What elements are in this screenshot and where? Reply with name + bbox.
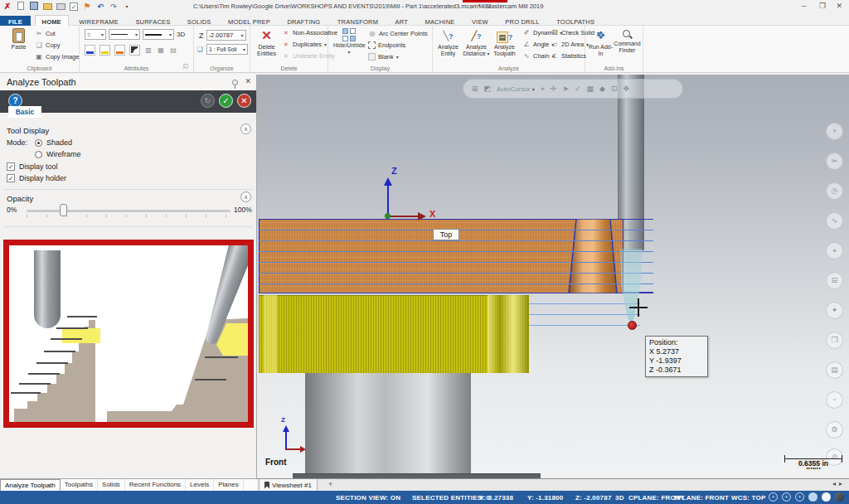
panel-close-icon[interactable]: ✕ [245, 77, 251, 85]
selbar-icon[interactable]: ▦ [587, 85, 594, 93]
display-tool-checkbox[interactable]: ✓ [7, 162, 15, 171]
open-icon[interactable] [42, 2, 52, 12]
tab-planes[interactable]: Planes [214, 479, 243, 491]
tool-display-collapse-icon[interactable]: ∧ [240, 124, 251, 134]
point-style-select[interactable]: ○▾ [85, 29, 106, 40]
save-icon[interactable] [29, 2, 39, 12]
shading-icon[interactable] [808, 492, 817, 502]
analyze-toolpath-button[interactable]: ▤? Analyze Toolpath [491, 28, 518, 57]
selbar-icon[interactable]: ✓ [575, 85, 581, 93]
quick-icon-frame[interactable]: ▫ [826, 391, 843, 409]
graphics-viewport[interactable]: Z X Top Position: X 5.2737 Y -1.9397 Z -… [257, 75, 849, 478]
redo-icon[interactable]: ↷ [109, 2, 119, 12]
selbar-icon[interactable]: ◩ [484, 85, 492, 93]
quick-icon-spline[interactable]: ∿ [826, 212, 843, 230]
flag-icon[interactable]: ⚑ [82, 2, 92, 12]
qat-customize-icon[interactable]: ▾ [122, 2, 132, 12]
z-depth-input[interactable]: -2.00787▾ [206, 30, 246, 41]
viewsheet-tab[interactable]: Viewsheet #1 [259, 479, 318, 492]
undo-icon[interactable]: ↶ [95, 2, 105, 12]
blank-button[interactable]: Blank ▾ [368, 53, 399, 61]
wireframe-shade-icon[interactable] [822, 492, 831, 502]
statistics-button[interactable]: Σ Statistics [551, 52, 586, 60]
quick-icon-solid[interactable]: ❒ [826, 332, 843, 349]
quick-icon-circle[interactable]: ◷ [826, 182, 843, 200]
cut-button[interactable]: ✂ Cut [35, 30, 56, 37]
arc-center-points-button[interactable]: ◎ Arc Center Points [368, 30, 428, 37]
quick-icon-brush[interactable]: ✦ [826, 302, 843, 319]
restore-button[interactable]: ❐ [819, 2, 826, 10]
tab-solids-manager[interactable]: Solids [98, 479, 125, 491]
selbar-icon[interactable]: ✥ [623, 85, 629, 93]
chain-button[interactable]: ∿ Chain▾ [522, 52, 555, 60]
gnomon-icon[interactable]: + [769, 492, 778, 502]
2d-area-button[interactable]: ▱ 2D Area▾ [551, 41, 589, 48]
viewsheet-nav-arrows[interactable]: ◂▸ [832, 480, 846, 487]
delete-entities-button[interactable]: ✕ Delete Entities [253, 28, 280, 57]
selbar-icon[interactable]: ⊞ [472, 85, 478, 93]
save-some-icon[interactable]: ✓ [69, 2, 79, 12]
autocursor-select[interactable]: AutoCursor ▾ [497, 85, 535, 93]
section-view-status[interactable]: SECTION VIEW: ON [336, 494, 400, 502]
wcs-selector[interactable]: WCS: TOP [731, 494, 765, 502]
minimize-button[interactable]: – [802, 2, 806, 10]
material-button[interactable] [129, 45, 140, 56]
quick-icon-settings[interactable]: ⚙ [826, 421, 843, 439]
quick-icon-surface[interactable]: ▤ [826, 361, 843, 379]
tab-levels[interactable]: Levels [186, 479, 214, 491]
paste-button[interactable]: Paste [5, 28, 32, 51]
level-select[interactable]: 1 : Full Soli▾ [206, 44, 248, 55]
close-button[interactable]: ✕ [836, 2, 842, 10]
wireframe-color-button[interactable] [85, 45, 95, 56]
run-addin-button[interactable]: ❖ Run Add-In [587, 28, 614, 57]
panel-ok-button[interactable]: ✓ [219, 94, 233, 108]
surface-color-button[interactable] [114, 45, 125, 56]
selbar-icon[interactable]: ⌖ [541, 85, 545, 94]
grid-attributes-icon[interactable]: ▤ [169, 46, 177, 54]
selection-bar[interactable]: ⊞ ◩ AutoCursor ▾ ⌖ ✛ ➤ ✓ ▦ ◆ ⊡ ✥ [463, 79, 683, 99]
hide-unhide-button[interactable]: Hide/Unhide ▾ [333, 28, 365, 56]
3d-mode-toggle[interactable]: 3D [615, 494, 624, 502]
analyze-entity-button[interactable]: ╲? Analyze Entity [434, 28, 462, 57]
selbar-icon[interactable]: ✛ [551, 85, 557, 93]
copy-image-button[interactable]: ▣ Copy Image [35, 53, 79, 61]
endpoints-button[interactable]: Endpoints [368, 41, 405, 49]
selbar-icon[interactable]: ◆ [599, 85, 605, 93]
duplicates-button[interactable]: ✕ Duplicates ▾ [282, 41, 327, 48]
new-file-icon[interactable] [16, 2, 26, 12]
gnomon-icon[interactable]: + [782, 492, 791, 502]
opacity-slider-track[interactable] [27, 210, 230, 212]
selbar-icon[interactable]: ➤ [562, 85, 569, 93]
tab-toolpaths-manager[interactable]: Toolpaths [61, 479, 98, 491]
command-finder-button[interactable]: Command Finder [614, 28, 641, 54]
solid-color-button[interactable] [99, 45, 110, 56]
selbar-icon[interactable]: ⊡ [611, 85, 618, 93]
add-viewsheet-button[interactable]: + [328, 480, 332, 488]
analyze-distance-button[interactable]: ╱? Analyze Distance ▾ [463, 28, 490, 57]
tplane-selector[interactable]: TPLANE: FRONT [673, 494, 729, 502]
pin-icon[interactable] [232, 80, 238, 85]
tab-basic[interactable]: Basic [8, 106, 41, 118]
line-style-select[interactable]: ▾ [109, 29, 140, 40]
line-width-select[interactable]: ▾ [143, 29, 174, 40]
tab-recent-functions[interactable]: Recent Functions [125, 479, 186, 491]
set-attributes-icon[interactable]: ▥ [144, 46, 153, 54]
copy-button[interactable]: ❏ Copy [35, 41, 61, 49]
display-holder-checkbox[interactable]: ✓ [7, 174, 15, 182]
gnomon-icon[interactable]: + [795, 492, 804, 502]
tab-analyze-toolpath[interactable]: Analyze Toolpath [0, 479, 61, 491]
angle-button[interactable]: ∠ Angle▾ [522, 41, 554, 48]
opacity-slider-handle[interactable] [60, 204, 67, 216]
quick-icon-bolt[interactable]: ⊟ [826, 272, 843, 289]
panel-cancel-button[interactable]: ✕ [237, 94, 251, 108]
print-icon[interactable] [56, 2, 65, 12]
match-attributes-icon[interactable]: ▦ [157, 46, 165, 54]
material-shade-icon[interactable] [835, 492, 844, 502]
quick-icon-point[interactable]: ⌖ [826, 242, 843, 259]
wireframe-radio[interactable] [35, 151, 42, 158]
quick-icon-zoom[interactable]: + [826, 123, 843, 140]
opacity-collapse-icon[interactable]: ∧ [240, 191, 251, 202]
quick-icon-trim[interactable]: ✂ [826, 153, 843, 170]
shaded-radio[interactable] [35, 139, 42, 147]
3d-toggle[interactable]: 3D [177, 31, 185, 38]
